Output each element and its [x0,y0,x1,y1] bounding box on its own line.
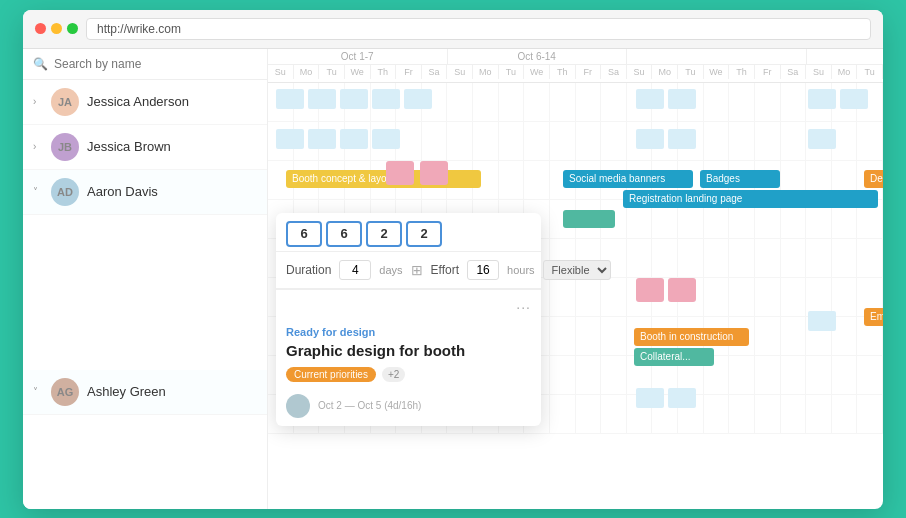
gantt-light-block [340,129,368,149]
gantt-cell [704,161,730,199]
browser-window: http://wrike.com 🔍 › JA Jessica Anderson… [23,10,883,509]
gantt-cell [601,317,627,355]
gantt-cell [755,83,781,121]
gantt-cell [422,122,448,160]
gantt-cell [652,200,678,238]
search-input[interactable] [54,57,257,71]
slot-box-1[interactable]: 6 [286,221,322,247]
gantt-day-label: We [345,65,371,79]
url-bar[interactable]: http://wrike.com [86,18,871,40]
gantt-cell [601,161,627,199]
sidebar-item-jessica-anderson[interactable]: › JA Jessica Anderson [23,80,267,125]
gantt-day-label: Th [550,65,576,79]
effort-input[interactable] [467,260,499,280]
gantt-cell [832,161,858,199]
gantt-cell [576,83,602,121]
gantt-group-label-3 [627,49,807,64]
gantt-cell [499,161,525,199]
gantt-light-block [308,129,336,149]
slot-box-4[interactable]: 2 [406,221,442,247]
gantt-cell [755,395,781,433]
sidebar-item-aaron-davis[interactable]: ˅ AD Aaron Davis [23,170,267,215]
duration-label: Duration [286,263,331,277]
search-bar: 🔍 [23,49,267,80]
gantt-cell [729,278,755,316]
gantt-cell [576,356,602,394]
gantt-cell [729,395,755,433]
gantt-body: Booth concept & layoutSocial media banne… [268,83,883,509]
gantt-cell [704,200,730,238]
gantt-cell [678,161,704,199]
slot-box-2[interactable]: 6 [326,221,362,247]
gantt-cell [678,317,704,355]
gantt-light-block [276,89,304,109]
gantt-cell [806,278,832,316]
avatar: JA [51,88,79,116]
gantt-cell [832,278,858,316]
sidebar-item-ashley-green[interactable]: ˅ AG Ashley Green [23,370,267,415]
gantt-cell [627,317,653,355]
gantt-cell [576,317,602,355]
gantt-cell [806,356,832,394]
traffic-lights [35,23,78,34]
task-tag-more[interactable]: +2 [382,367,405,382]
gantt-cell [755,356,781,394]
gantt-cell [755,200,781,238]
chevron-icon: › [33,141,43,152]
popup-top-row: ... [276,290,541,316]
schedule-select[interactable]: Flexible Fixed ASAP [543,260,611,280]
gantt-light-block [636,129,664,149]
gantt-cell [652,161,678,199]
gantt-light-block [808,311,836,331]
gantt-cell [832,239,858,277]
gantt-pink-block-3 [636,278,664,302]
gantt-cell [268,161,294,199]
popup-card: 6 6 2 2 Duration days ⊞ Effort hours [276,213,541,426]
traffic-light-green[interactable] [67,23,78,34]
gantt-bg-row [268,161,883,200]
task-status: Ready for design [286,326,531,338]
task-assignee-avatar [286,394,310,418]
expanded-spacer-ashley [23,415,267,509]
duration-input[interactable] [339,260,371,280]
gantt-cell [601,278,627,316]
gantt-cell [447,161,473,199]
gantt-cell [781,83,807,121]
gantt-pink-block-4 [668,278,696,302]
popup-dots-menu[interactable]: ... [516,296,531,312]
gantt-day-label: Su [806,65,832,79]
traffic-light-red[interactable] [35,23,46,34]
gantt-header: Oct 1-7 Oct 6-14 SuMoTuWeThFrSaSuMoTuWeT… [268,49,883,83]
traffic-light-yellow[interactable] [51,23,62,34]
gantt-cell [345,161,371,199]
gantt-pink-block-1 [386,161,414,185]
gantt-cell [550,395,576,433]
gantt-day-label: Su [627,65,653,79]
gantt-cell [678,239,704,277]
expanded-spacer-aaron [23,215,267,370]
sidebar-item-jessica-brown[interactable]: › JB Jessica Brown [23,125,267,170]
gantt-light-block [636,388,664,408]
person-name: Ashley Green [87,384,166,399]
gantt-cell [729,161,755,199]
effort-icon: ⊞ [411,262,423,278]
gantt-cell [601,122,627,160]
gantt-cell [781,239,807,277]
slot-box-3[interactable]: 2 [366,221,402,247]
gantt-cell [806,395,832,433]
gantt-cell [729,317,755,355]
task-tag-chip[interactable]: Current priorities [286,367,376,382]
gantt-cell [550,317,576,355]
gantt-cell [550,161,576,199]
chevron-icon: › [33,96,43,107]
gantt-cell [652,239,678,277]
gantt-light-block [808,89,836,109]
gantt-light-block [808,129,836,149]
gantt-cell [806,161,832,199]
gantt-day-label: Fr [576,65,602,79]
gantt-cell [704,395,730,433]
gantt-cell [627,161,653,199]
gantt-day-label: Tu [678,65,704,79]
gantt-light-block [840,89,868,109]
gantt-cell [576,161,602,199]
